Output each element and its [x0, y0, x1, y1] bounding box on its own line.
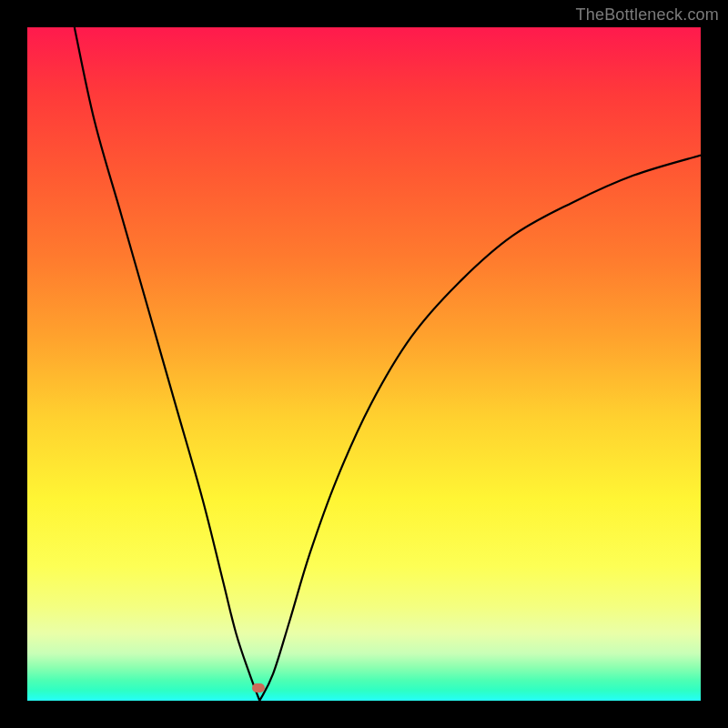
chart-stage: TheBottleneck.com — [0, 0, 728, 728]
watermark-text: TheBottleneck.com — [576, 5, 719, 25]
optimal-point-marker — [252, 683, 265, 693]
plot-area — [27, 27, 701, 701]
